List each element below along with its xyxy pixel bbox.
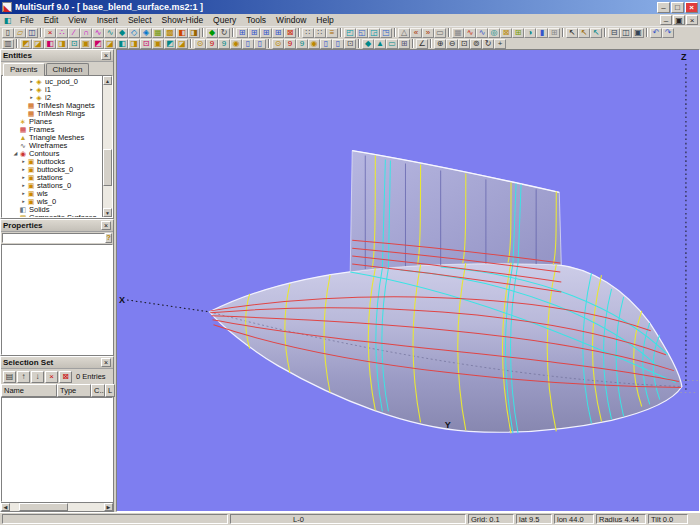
expander-closed-icon[interactable]: ▸ xyxy=(20,158,27,164)
arc-button[interactable]: ∩ xyxy=(80,28,92,38)
copy-3-button[interactable]: ◲ xyxy=(368,28,380,38)
copy-4-button[interactable]: ◳ xyxy=(380,28,392,38)
entities-close-button[interactable]: × xyxy=(101,51,111,60)
measure-button[interactable]: △ xyxy=(398,28,410,38)
view-active-button[interactable]: ⊠ xyxy=(284,28,296,38)
hide-type-button[interactable]: 9 xyxy=(218,39,230,49)
ent-snake-button[interactable]: ▣ xyxy=(80,39,92,49)
selection-close-button[interactable]: × xyxy=(101,358,111,367)
properties-close-button[interactable]: × xyxy=(101,221,111,230)
tree-item-i1[interactable]: ▸◈i1 xyxy=(2,85,102,93)
expander-closed-icon[interactable]: ▸ xyxy=(20,182,27,188)
grid-gray-button[interactable]: ▦ xyxy=(452,28,464,38)
divisions-button[interactable]: ≡ xyxy=(326,28,338,38)
properties-input[interactable] xyxy=(2,233,105,243)
swept-surface-button[interactable]: ◈ xyxy=(140,28,152,38)
titlebar[interactable]: ◣ MultiSurf 9.0 - [ base_blend_surface.m… xyxy=(0,0,700,14)
compass-button[interactable]: ∠ xyxy=(416,39,428,49)
menu-file[interactable]: File xyxy=(15,14,39,26)
hscroll-track[interactable] xyxy=(10,503,104,511)
view-2-button[interactable]: ⊞ xyxy=(248,28,260,38)
grid-2-button[interactable]: ⊞ xyxy=(548,28,560,38)
fin-surface[interactable] xyxy=(350,151,561,272)
check-model-button[interactable]: ◆ xyxy=(206,28,218,38)
ent-magnet-button[interactable]: ◧ xyxy=(44,39,56,49)
select-pointer-button[interactable]: ↖ xyxy=(566,28,578,38)
box-green-button[interactable]: ⊞ xyxy=(512,28,524,38)
menu-insert[interactable]: Insert xyxy=(92,14,123,26)
copy-1-button[interactable]: ◰ xyxy=(344,28,356,38)
tile-vertical-button[interactable]: ◫ xyxy=(620,28,632,38)
tab-parents[interactable]: Parents xyxy=(3,63,45,76)
divide-v-button[interactable]: ∷ xyxy=(314,28,326,38)
model-canvas[interactable]: X Y Z xyxy=(117,50,699,511)
tab-children[interactable]: Children xyxy=(46,63,90,75)
expander-closed-icon[interactable]: ▸ xyxy=(20,190,27,196)
frame-button[interactable]: ▭ xyxy=(434,28,446,38)
clear-all-button[interactable]: ⊠ xyxy=(59,371,72,383)
half-teal-button[interactable]: ◑ xyxy=(524,28,536,38)
ent-plane-button[interactable]: ◧ xyxy=(116,39,128,49)
ent-frame-button[interactable]: ◨ xyxy=(128,39,140,49)
open-button[interactable]: ▱ xyxy=(14,28,26,38)
zoom-out-button[interactable]: ⊖ xyxy=(446,39,458,49)
move-up-button[interactable]: ↑ xyxy=(17,371,30,383)
selection-list[interactable] xyxy=(1,397,113,502)
zoom-fit-button[interactable]: ⊚ xyxy=(470,39,482,49)
column-header-l[interactable]: L xyxy=(105,384,115,397)
list-mode-button[interactable]: ▤ xyxy=(3,371,16,383)
line-button[interactable]: ∕ xyxy=(68,28,80,38)
column-header-name[interactable]: Name xyxy=(1,384,57,397)
show-all-2-button[interactable]: ◉ xyxy=(308,39,320,49)
home-view-button[interactable]: ▲ xyxy=(374,39,386,49)
pan-view-button[interactable]: + xyxy=(494,39,506,49)
menu-view[interactable]: View xyxy=(63,14,91,26)
selection-hscrollbar[interactable]: ◀ ▶ xyxy=(1,502,113,511)
hscroll-thumb[interactable] xyxy=(19,503,68,511)
select-surface-button[interactable]: ↖ xyxy=(590,28,602,38)
tree-item-composite-surfaces[interactable]: ▩Composite Surfaces xyxy=(2,213,102,217)
layer-d-button[interactable]: ▯ xyxy=(332,39,344,49)
redo-button[interactable]: ↷ xyxy=(662,28,674,38)
layer-c-button[interactable]: ▯ xyxy=(320,39,332,49)
solid-button[interactable]: ▦ xyxy=(152,28,164,38)
rotate-view-button[interactable]: ↻ xyxy=(482,39,494,49)
scroll-up-icon[interactable]: ▲ xyxy=(103,76,112,85)
ent-solid-button[interactable]: ◪ xyxy=(104,39,116,49)
zoom-window-button[interactable]: ⊡ xyxy=(458,39,470,49)
view-3-button[interactable]: ⊞ xyxy=(260,28,272,38)
scroll-right-icon[interactable]: ▶ xyxy=(104,503,113,511)
new-button[interactable]: ▯ xyxy=(2,28,14,38)
recompute-button[interactable]: ↻ xyxy=(218,28,230,38)
show-all-button[interactable]: ◉ xyxy=(230,39,242,49)
column-header-c[interactable]: C... xyxy=(91,384,105,397)
expander-closed-icon[interactable]: ▸ xyxy=(28,78,35,84)
delete-button[interactable]: × xyxy=(44,28,56,38)
tree-item-trimesh-rings[interactable]: ▦TriMesh Rings xyxy=(2,109,102,117)
contour-button[interactable]: ◧ xyxy=(176,28,188,38)
surface-button[interactable]: ◇ xyxy=(128,28,140,38)
expander-closed-icon[interactable]: ▸ xyxy=(20,174,27,180)
ent-trimesh-button[interactable]: ◩ xyxy=(164,39,176,49)
ent-composite-button[interactable]: ◪ xyxy=(176,39,188,49)
entities-tree-scrollbar[interactable]: ▲ ▼ xyxy=(102,76,112,217)
view-rect-button[interactable]: ▭ xyxy=(386,39,398,49)
viewport-3d[interactable]: X Y Z xyxy=(116,49,700,512)
visibility-fence-button[interactable]: ▥ xyxy=(2,39,14,49)
view-4-button[interactable]: ⊞ xyxy=(272,28,284,38)
expander-closed-icon[interactable]: ▸ xyxy=(28,94,35,100)
mdi-close-button[interactable]: × xyxy=(686,15,698,25)
ent-point-button[interactable]: ◩ xyxy=(20,39,32,49)
expander-closed-icon[interactable]: ▸ xyxy=(20,166,27,172)
ent-bead-button[interactable]: ◪ xyxy=(32,39,44,49)
next-button[interactable]: » xyxy=(422,28,434,38)
save-button[interactable]: ◫ xyxy=(26,28,38,38)
hide-type-2-button[interactable]: 9 xyxy=(296,39,308,49)
view-1-button[interactable]: ⊞ xyxy=(236,28,248,38)
loop-teal-button[interactable]: ◎ xyxy=(488,28,500,38)
remove-button[interactable]: × xyxy=(45,371,58,383)
menu-edit[interactable]: Edit xyxy=(39,14,64,26)
tree-item-stations-0[interactable]: ▸▣stations_0 xyxy=(2,181,102,189)
layer-e-button[interactable]: ⊡ xyxy=(344,39,356,49)
minimize-button[interactable]: – xyxy=(657,2,670,13)
